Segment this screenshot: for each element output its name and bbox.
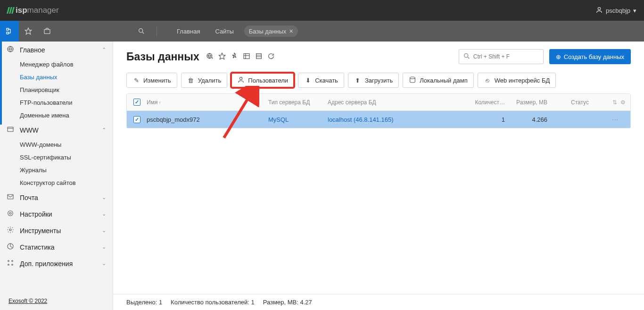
tune-icon [7,209,15,218]
top-header: isp manager pscbqbjp ▾ [0,0,644,21]
svg-point-10 [8,211,13,216]
svg-point-14 [12,260,13,262]
nav-section-settings[interactable]: Настройки ⌄ [0,206,113,222]
column-name[interactable]: Имя↑ [147,99,268,106]
nav-section-mail[interactable]: Почта ⌄ [0,189,113,206]
tree-view-button[interactable] [0,21,19,42]
edit-button[interactable]: ✎Изменить [126,73,177,88]
gear-icon[interactable]: ⚙ [620,99,626,106]
download-label: Скачать [315,77,338,84]
briefcase-button[interactable] [38,21,57,42]
pin-icon[interactable] [231,52,238,61]
list-icon[interactable] [255,52,263,61]
breadcrumb-home[interactable]: Главная [172,26,205,37]
row-checkbox[interactable] [133,116,140,123]
svg-rect-1 [7,28,8,30]
close-icon[interactable]: × [289,27,293,35]
download-button[interactable]: ⬇Скачать [298,73,344,88]
create-database-button[interactable]: ⊕ Создать базу данных [549,49,631,64]
star-button[interactable] [19,21,38,42]
cell-type: MySQL [268,116,328,123]
delete-button[interactable]: 🗑Удалить [181,73,228,88]
sidebar-item-domain-names[interactable]: Доменные имена [0,109,113,122]
logo: isp manager [8,6,59,15]
page-header-icons [206,52,275,61]
global-search-button[interactable] [132,21,151,42]
breadcrumb-sites[interactable]: Сайты [210,26,238,37]
nav-section-main[interactable]: Главное ⌃ [0,42,113,58]
plus-icon: ⊕ [556,53,561,60]
edit-label: Изменить [143,77,171,84]
divider [157,26,157,36]
column-status[interactable]: Статус [552,99,602,106]
status-size: Размер, MB: 4.27 [263,299,312,306]
logo-bars-icon [8,7,14,14]
svg-rect-19 [244,53,249,59]
chevron-down-icon: ⌄ [102,211,106,217]
breadcrumb-databases[interactable]: Базы данных × [244,25,298,37]
globe-plus-icon[interactable] [206,52,214,61]
logo-text-manager: manager [27,6,59,15]
sidebar-item-file-manager[interactable]: Менеджер файлов [0,58,113,71]
sidebar-item-scheduler[interactable]: Планировщик [0,84,113,96]
svg-rect-20 [256,53,261,59]
nav-section-www[interactable]: WWW ⌃ [0,122,113,138]
web-ui-label: Web интерфейс БД [495,77,550,84]
svg-point-11 [9,229,11,231]
cell-name: pscbqbjp_modx972 [147,116,268,123]
sidebar-item-ftp-users[interactable]: FTP-пользователи [0,96,113,109]
star-outline-icon[interactable] [218,52,226,61]
chevron-down-icon: ⌄ [102,260,106,267]
sidebar-item-databases[interactable]: Базы данных [0,71,113,84]
svg-point-5 [139,29,143,33]
database-icon [409,76,416,85]
web-db-ui-button[interactable]: ⎋Web интерфейс БД [478,73,556,88]
nav-section-settings-label: Настройки [20,210,52,218]
page-search-input[interactable] [473,53,539,60]
download-icon: ⬇ [304,77,312,84]
sidebar-item-www-domains[interactable]: WWW-домены [0,138,113,151]
sub-toolbar: Главная Сайты Базы данных × [0,21,644,42]
svg-marker-3 [25,28,31,34]
svg-point-23 [410,77,415,79]
page-title: Базы данных [126,50,199,63]
nav-section-stats[interactable]: Статистика ⌄ [0,239,113,255]
svg-point-16 [12,264,13,266]
column-settings[interactable]: ⇅ ⚙ [602,99,630,106]
chevron-down-icon: ⌄ [102,194,106,201]
sidebar-footer-link[interactable]: Exosoft © 2022 [0,292,113,310]
table-settings-icon[interactable] [243,52,250,61]
svg-rect-2 [7,32,8,34]
upload-button[interactable]: ⬆Загрузить [348,73,399,88]
nav-section-main-label: Главное [20,46,45,54]
sidebar-item-ssl-certs[interactable]: SSL-сертификаты [0,151,113,164]
status-bar: Выделено: 1 Количество пользователей: 1 … [113,294,644,310]
column-server-type[interactable]: Тип сервера БД [268,99,328,106]
users-button[interactable]: Пользователи [231,73,294,88]
refresh-icon[interactable] [267,52,275,61]
svg-point-22 [240,77,242,79]
local-dump-button[interactable]: Локальный дамп [403,73,474,88]
chevron-down-icon: ⌄ [102,227,106,234]
sidebar-item-logs[interactable]: Журналы [0,164,113,176]
select-all-checkbox[interactable] [133,99,140,106]
user-icon [595,6,603,15]
column-size[interactable]: Размер, MB [505,99,552,106]
nav-section-tools[interactable]: Инструменты ⌄ [0,222,113,239]
sort-asc-icon: ↑ [158,100,161,105]
mail-icon [7,193,15,202]
column-server-address[interactable]: Адрес сервера БД [328,99,464,106]
column-user-count[interactable]: Количест… [464,99,505,106]
svg-rect-4 [44,30,50,34]
nav-section-apps[interactable]: Доп. приложения ⌄ [0,255,113,272]
user-menu[interactable]: pscbqbjp ▾ [595,6,636,15]
table-row[interactable]: pscbqbjp_modx972 MySQL localhost (46.8.1… [127,111,630,128]
cell-server: localhost (46.8.141.165) [328,116,464,123]
page-search-box[interactable] [459,49,544,64]
delete-label: Удалить [198,77,222,84]
row-more-button[interactable]: ⋯ [612,116,626,123]
gear-icon [7,226,15,235]
svg-point-9 [9,212,11,214]
filter-icon[interactable]: ⇅ [612,99,617,106]
sidebar-item-site-builder[interactable]: Конструктор сайтов [0,176,113,189]
